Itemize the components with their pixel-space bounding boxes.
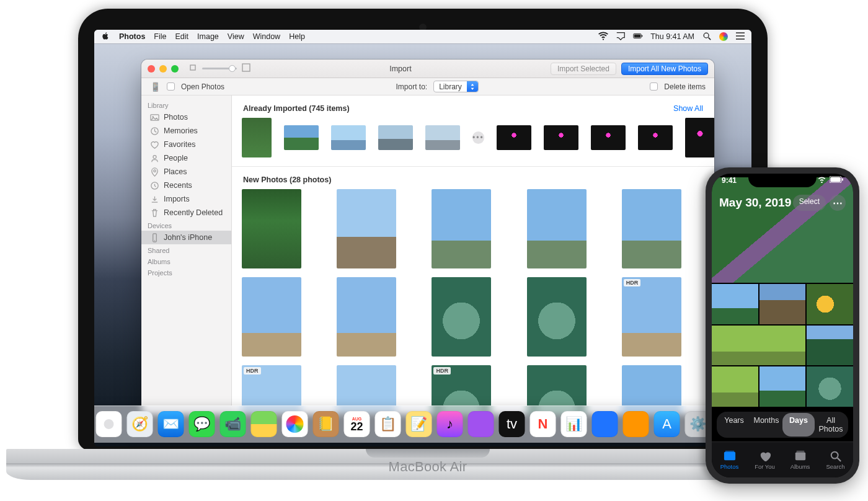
dock-app-mail[interactable]: ✉️ <box>158 411 184 437</box>
delete-items-checkbox[interactable] <box>650 82 658 91</box>
battery-icon[interactable] <box>633 32 643 42</box>
thumbnail-zoom-slider[interactable] <box>202 68 237 69</box>
more-thumbs-icon[interactable]: ••• <box>472 131 484 144</box>
imported-thumb[interactable] <box>497 125 531 150</box>
sidebar-section-albums[interactable]: Albums <box>141 255 231 267</box>
new-photo-thumb[interactable] <box>242 189 301 268</box>
new-photo-thumb[interactable] <box>242 277 301 357</box>
segment-months[interactable]: Months <box>750 413 782 437</box>
thumb-large-icon[interactable] <box>242 63 250 74</box>
iphone-photo-thumb[interactable] <box>712 284 758 324</box>
open-photos-checkbox[interactable] <box>167 82 175 91</box>
sidebar-item-photos[interactable]: Photos <box>141 110 231 124</box>
dock-app-numbers[interactable]: 📊 <box>561 411 587 437</box>
iphone-photo-thumb[interactable] <box>807 326 853 366</box>
imported-thumb[interactable] <box>638 125 673 150</box>
new-photo-thumb[interactable] <box>432 189 491 268</box>
new-photo-thumb[interactable]: HDR <box>622 277 681 357</box>
menu-window[interactable]: Window <box>253 32 280 41</box>
dock-app-photos[interactable] <box>282 411 308 437</box>
siri-icon[interactable] <box>719 32 728 41</box>
minimize-button[interactable] <box>159 65 167 73</box>
imported-thumb[interactable] <box>242 118 272 157</box>
tab-search[interactable]: Search <box>818 442 853 477</box>
imported-thumb[interactable] <box>685 118 714 157</box>
dock-app-launchpad[interactable] <box>96 411 122 437</box>
new-photo-thumb[interactable] <box>527 189 587 268</box>
dock-app-music[interactable]: ♪ <box>437 411 463 437</box>
iphone-photo-thumb[interactable] <box>760 284 806 324</box>
sidebar-item-favorites[interactable]: Favorites <box>141 138 231 151</box>
iphone-photo-thumb[interactable] <box>712 326 805 366</box>
tab-albums[interactable]: Albums <box>782 442 818 477</box>
iphone-more-button[interactable]: ⋯ <box>830 195 846 211</box>
segment-years[interactable]: Years <box>718 413 750 437</box>
import-all-button[interactable]: Import All New Photos <box>621 63 708 75</box>
imported-thumb[interactable] <box>378 125 413 150</box>
apple-logo-icon[interactable] <box>100 32 110 42</box>
iphone-photo-thumb[interactable] <box>712 366 758 407</box>
sidebar-section-projects[interactable]: Projects <box>141 267 231 278</box>
new-photo-thumb[interactable] <box>432 277 491 357</box>
segment-allphotos[interactable]: All Photos <box>815 413 847 437</box>
menu-file[interactable]: File <box>154 32 166 41</box>
menubar-clock[interactable]: Thu 9:41 AM <box>650 32 694 41</box>
new-photo-thumb[interactable] <box>337 277 396 357</box>
wifi-icon[interactable] <box>598 32 608 42</box>
zoom-button[interactable] <box>171 65 179 73</box>
new-photo-thumb[interactable] <box>622 189 681 268</box>
imported-thumb[interactable] <box>284 125 319 150</box>
spotlight-icon[interactable] <box>702 32 712 42</box>
svg-rect-17 <box>842 179 843 181</box>
imported-thumb[interactable] <box>331 125 366 150</box>
dock-app-podcasts[interactable] <box>468 411 494 437</box>
thumb-small-icon[interactable] <box>188 63 197 74</box>
dock-app-notes[interactable]: 📝 <box>406 411 432 437</box>
dock-app-appstore[interactable]: A <box>654 411 680 437</box>
iphone-select-button[interactable]: Select <box>793 195 826 211</box>
sidebar-item-memories[interactable]: Memories <box>141 124 231 138</box>
menu-view[interactable]: View <box>228 32 244 41</box>
dock-app-keynote[interactable] <box>592 411 618 437</box>
imported-thumb[interactable] <box>425 125 460 150</box>
dock-app-messages[interactable]: 💬 <box>189 411 215 437</box>
new-photo-thumb[interactable] <box>337 189 396 268</box>
dock-app-facetime[interactable]: 📹 <box>220 411 246 437</box>
import-selected-button[interactable]: Import Selected <box>551 63 616 75</box>
dock-app-contacts[interactable]: 📒 <box>313 411 339 437</box>
dock-app-tv[interactable]: tv <box>499 411 525 437</box>
show-all-link[interactable]: Show All <box>673 104 703 113</box>
iphone-photo-thumb[interactable] <box>760 366 806 407</box>
airplay-icon[interactable] <box>616 32 626 42</box>
iphone-photo-thumb[interactable] <box>807 366 853 407</box>
sidebar-item-imports[interactable]: Imports <box>141 192 231 206</box>
dock-app-news[interactable]: N <box>530 411 556 437</box>
sidebar-item-people[interactable]: People <box>141 151 231 165</box>
dock-app-reminders[interactable]: 📋 <box>375 411 401 437</box>
imported-thumb[interactable] <box>544 125 578 150</box>
dock-app-calendar[interactable]: AUG22 <box>344 411 370 437</box>
segment-days[interactable]: Days <box>782 413 815 437</box>
menu-help[interactable]: Help <box>289 32 305 41</box>
dock-app-maps[interactable] <box>251 411 277 437</box>
menubar-app-name[interactable]: Photos <box>119 32 145 41</box>
sidebar-section-shared[interactable]: Shared <box>141 244 231 255</box>
sidebar-item-recently-deleted[interactable]: Recently Deleted <box>141 206 231 219</box>
imported-thumb[interactable] <box>591 125 626 150</box>
menu-image[interactable]: Image <box>197 32 219 41</box>
dock-app-pages[interactable] <box>623 411 649 437</box>
mac-menubar: Photos File Edit Image View Window Help … <box>94 30 751 43</box>
menu-edit[interactable]: Edit <box>175 32 189 41</box>
import-to-select[interactable]: Library <box>433 81 479 92</box>
new-photo-thumb[interactable] <box>527 277 587 357</box>
tab-photos[interactable]: Photos <box>712 442 747 477</box>
tab-foryou[interactable]: For You <box>747 442 782 477</box>
sidebar-item-recents[interactable]: Recents <box>141 179 231 192</box>
dock-app-safari[interactable]: 🧭 <box>127 411 153 437</box>
sidebar-item-places[interactable]: Places <box>141 165 231 179</box>
iphone-photo-thumb[interactable] <box>807 284 853 324</box>
close-button[interactable] <box>148 65 155 73</box>
svg-line-23 <box>837 458 840 461</box>
menubar-list-icon[interactable] <box>735 32 745 42</box>
sidebar-item-device-iphone[interactable]: John's iPhone <box>141 231 231 244</box>
